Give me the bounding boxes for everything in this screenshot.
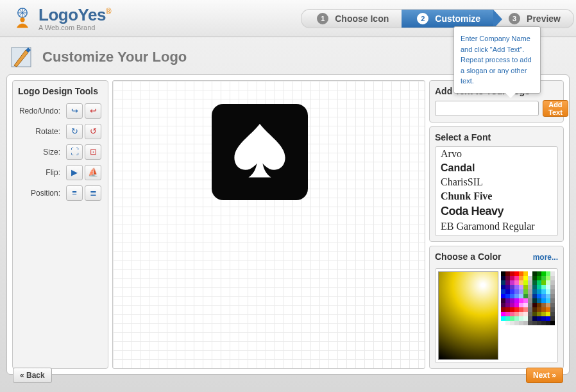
color-swatch[interactable]	[532, 294, 537, 298]
color-swatch[interactable]	[519, 307, 523, 312]
color-swatch[interactable]	[528, 307, 532, 312]
add-text-button[interactable]: Add Text	[543, 100, 568, 117]
color-swatch[interactable]	[532, 289, 537, 294]
color-swatch[interactable]	[550, 276, 555, 280]
color-gradient-picker[interactable]	[438, 271, 498, 360]
color-swatch[interactable]	[501, 289, 505, 294]
font-chunkfive[interactable]: Chunk Five	[436, 189, 557, 203]
font-candal[interactable]: Candal	[436, 161, 557, 175]
color-swatch[interactable]	[550, 316, 555, 321]
color-swatch[interactable]	[501, 298, 505, 303]
color-swatch[interactable]	[546, 271, 550, 276]
color-swatch[interactable]	[510, 316, 514, 321]
color-swatch[interactable]	[514, 298, 519, 303]
color-swatch[interactable]	[537, 316, 541, 321]
color-swatch[interactable]	[523, 276, 528, 280]
color-swatch[interactable]	[505, 285, 510, 289]
color-swatch[interactable]	[528, 276, 532, 280]
color-swatch[interactable]	[541, 294, 546, 298]
color-swatch[interactable]	[550, 285, 555, 289]
color-swatch[interactable]	[505, 294, 510, 298]
position-left-button[interactable]: ≡	[66, 185, 83, 201]
color-swatch[interactable]	[510, 276, 514, 280]
color-swatch[interactable]	[532, 321, 537, 325]
color-swatch[interactable]	[550, 298, 555, 303]
color-swatch[interactable]	[505, 276, 510, 280]
color-swatch[interactable]	[537, 303, 541, 307]
color-swatch[interactable]	[550, 303, 555, 307]
color-swatch[interactable]	[532, 312, 537, 316]
color-swatch[interactable]	[523, 285, 528, 289]
color-swatch[interactable]	[541, 303, 546, 307]
color-swatch[interactable]	[541, 298, 546, 303]
color-swatch-grid[interactable]	[501, 271, 555, 360]
color-swatch[interactable]	[514, 303, 519, 307]
color-swatch[interactable]	[505, 280, 510, 285]
color-swatch[interactable]	[550, 289, 555, 294]
color-swatch[interactable]	[501, 303, 505, 307]
color-swatch[interactable]	[532, 276, 537, 280]
color-swatch[interactable]	[550, 280, 555, 285]
color-swatch[interactable]	[537, 294, 541, 298]
color-swatch[interactable]	[523, 280, 528, 285]
color-swatch[interactable]	[505, 271, 510, 276]
color-swatch[interactable]	[501, 307, 505, 312]
color-swatch[interactable]	[532, 285, 537, 289]
color-swatch[interactable]	[532, 271, 537, 276]
color-swatch[interactable]	[528, 312, 532, 316]
color-swatch[interactable]	[541, 321, 546, 325]
color-swatch[interactable]	[501, 276, 505, 280]
position-right-button[interactable]: ≣	[85, 185, 101, 201]
font-codaheavy[interactable]: Coda Heavy	[436, 203, 557, 219]
color-swatch[interactable]	[528, 280, 532, 285]
color-swatch[interactable]	[541, 271, 546, 276]
color-swatch[interactable]	[541, 280, 546, 285]
redo-button[interactable]: ↪	[66, 103, 83, 119]
color-swatch[interactable]	[505, 289, 510, 294]
color-swatch[interactable]	[505, 316, 510, 321]
color-swatch[interactable]	[514, 271, 519, 276]
color-swatch[interactable]	[519, 280, 523, 285]
color-swatch[interactable]	[514, 280, 519, 285]
color-swatch[interactable]	[528, 271, 532, 276]
color-swatch[interactable]	[514, 276, 519, 280]
color-swatch[interactable]	[528, 303, 532, 307]
color-swatch[interactable]	[501, 271, 505, 276]
color-swatch[interactable]	[519, 294, 523, 298]
color-swatch[interactable]	[510, 285, 514, 289]
color-swatch[interactable]	[523, 303, 528, 307]
color-swatch[interactable]	[519, 312, 523, 316]
color-swatch[interactable]	[523, 316, 528, 321]
color-swatch[interactable]	[546, 307, 550, 312]
color-swatch[interactable]	[519, 321, 523, 325]
color-swatch[interactable]	[514, 289, 519, 294]
color-swatch[interactable]	[505, 321, 510, 325]
color-swatch[interactable]	[510, 294, 514, 298]
flip-v-button[interactable]: ⛵	[85, 165, 101, 180]
next-button[interactable]: Next »	[526, 368, 563, 383]
color-swatch[interactable]	[541, 276, 546, 280]
color-swatch[interactable]	[537, 285, 541, 289]
color-swatch[interactable]	[519, 316, 523, 321]
step-preview[interactable]: 3Preview	[493, 9, 574, 28]
color-swatch[interactable]	[523, 307, 528, 312]
color-swatch[interactable]	[523, 289, 528, 294]
color-swatch[interactable]	[519, 276, 523, 280]
color-swatch[interactable]	[505, 303, 510, 307]
color-swatch[interactable]	[510, 312, 514, 316]
rotate-cw-button[interactable]: ↻	[66, 124, 83, 139]
color-swatch[interactable]	[550, 271, 555, 276]
color-swatch[interactable]	[541, 289, 546, 294]
color-swatch[interactable]	[541, 285, 546, 289]
color-swatch[interactable]	[537, 307, 541, 312]
color-swatch[interactable]	[546, 285, 550, 289]
color-swatch[interactable]	[532, 280, 537, 285]
color-swatch[interactable]	[505, 307, 510, 312]
color-swatch[interactable]	[541, 316, 546, 321]
color-swatch[interactable]	[546, 316, 550, 321]
font-arvo[interactable]: Arvo	[436, 147, 557, 161]
size-down-button[interactable]: ⊡	[85, 144, 101, 160]
color-swatch[interactable]	[528, 298, 532, 303]
color-swatch[interactable]	[546, 280, 550, 285]
color-swatch[interactable]	[528, 321, 532, 325]
